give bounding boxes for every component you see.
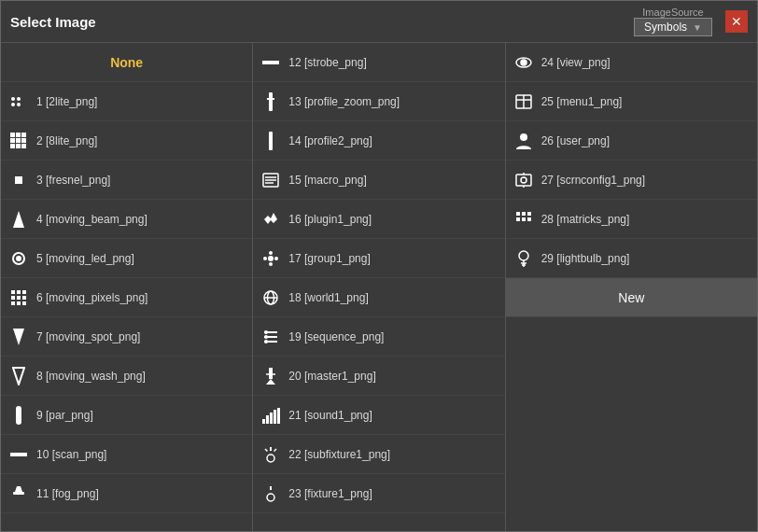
list-item[interactable]: 16 [plugin1_png] [253,200,504,239]
view-icon [513,52,534,73]
svg-rect-9 [21,138,26,143]
svg-point-0 [11,97,15,101]
svg-point-43 [263,257,267,260]
sound-icon [260,405,281,426]
list-item[interactable]: 19 [sequence_png] [253,317,504,357]
item-label: 17 [group1_png] [288,252,370,265]
svg-point-16 [16,256,21,261]
list-item[interactable]: 2 [8lite_png] [1,121,252,161]
svg-point-44 [274,257,278,260]
led-icon [8,248,29,269]
svg-rect-81 [527,212,531,216]
svg-rect-6 [21,133,26,137]
svg-rect-60 [270,413,273,424]
svg-point-53 [264,340,268,343]
list-item[interactable]: 6 [moving_pixels_png] [1,278,252,317]
list-item[interactable]: 13 [profile_zoom_png] [253,82,504,121]
item-label: 12 [strobe_png] [288,56,366,69]
svg-point-67 [267,494,274,501]
list-item[interactable]: 12 [strobe_png] [253,43,504,82]
list-item[interactable]: 9 [par_png] [1,396,252,435]
item-label: 2 [8lite_png] [36,134,97,147]
new-button[interactable]: New [506,278,757,317]
svg-rect-11 [16,144,21,148]
list-item[interactable]: 25 [menu1_png] [506,82,757,121]
spot-icon [8,327,29,347]
svg-point-85 [519,251,528,260]
item-label: 22 [subfixture1_png] [288,448,390,461]
item-label: 16 [plugin1_png] [288,213,372,226]
item-label: 20 [master1_png] [288,370,375,383]
list-item[interactable]: 10 [scan_png] [1,435,252,474]
strobe-icon [260,52,281,73]
fog-icon [8,483,29,504]
list-item[interactable]: 26 [user_png] [506,121,757,161]
list-item[interactable]: 20 [master1_png] [253,357,504,396]
svg-rect-13 [15,176,22,184]
none-item[interactable]: None [1,43,252,82]
list-item[interactable]: 22 [subfixture1_png] [253,435,504,474]
svg-rect-24 [17,301,21,305]
list-item[interactable]: 3 [fresnel_png] [1,161,252,200]
item-label: 28 [matricks_png] [541,213,630,226]
list-item[interactable]: 24 [view_png] [506,43,757,82]
dots2-icon [8,91,29,112]
svg-rect-22 [22,296,26,300]
list-item[interactable]: 29 [lightbulb_png] [506,239,757,278]
list-item[interactable]: 1 [2lite_png] [1,82,252,121]
plugin-icon [260,209,281,230]
svg-rect-21 [17,296,21,300]
item-label: 7 [moving_spot_png] [36,330,140,343]
svg-rect-80 [522,212,526,216]
svg-point-42 [269,262,273,266]
item-label: 25 [menu1_png] [541,95,623,108]
item-label: 11 [fog_png] [36,487,99,500]
svg-rect-4 [10,133,15,137]
svg-line-65 [265,449,268,452]
list-item[interactable]: 23 [fixture1_png] [253,474,504,513]
item-label: 3 [fresnel_png] [36,174,110,187]
close-button[interactable]: ✕ [725,10,748,33]
beam-icon [8,209,29,230]
svg-point-3 [17,103,21,106]
svg-rect-59 [266,415,269,424]
item-label: 6 [moving_pixels_png] [36,291,147,304]
svg-rect-58 [262,419,265,424]
list-item[interactable]: 18 [world1_png] [253,278,504,317]
svg-rect-10 [10,144,15,148]
list-item[interactable]: 7 [moving_spot_png] [1,317,252,357]
list-item[interactable]: 4 [moving_beam_png] [1,200,252,239]
list-item[interactable]: 15 [macro_png] [253,161,504,200]
item-label: 27 [scrnconfig1_png] [541,174,645,187]
svg-rect-18 [17,290,21,294]
svg-point-74 [520,133,527,141]
user-icon [513,131,534,151]
list-item[interactable]: 11 [fog_png] [1,474,252,513]
dialog-title: Select Image [10,14,96,30]
list-item[interactable]: 8 [moving_wash_png] [1,357,252,396]
svg-rect-7 [10,138,15,143]
item-label: 4 [moving_beam_png] [36,213,147,226]
svg-rect-75 [516,175,531,186]
list-item[interactable]: 17 [group1_png] [253,239,504,278]
svg-rect-35 [269,132,273,150]
item-label: 5 [moving_led_png] [36,252,134,265]
list-item[interactable]: 5 [moving_led_png] [1,239,252,278]
list-item[interactable]: 14 [profile2_png] [253,121,504,161]
item-label: 19 [sequence_png] [288,330,384,343]
svg-rect-17 [11,290,15,294]
select-image-dialog: Select Image ImageSource Symbols ▼ ✕ Non… [0,0,758,532]
list-item[interactable]: 28 [matricks_png] [506,200,757,239]
column-1: None1 [2lite_png]2 [8lite_png]3 [fresnel… [1,43,253,531]
square-icon [8,170,29,190]
item-label: 18 [world1_png] [288,291,368,304]
svg-rect-23 [11,301,15,305]
list-item[interactable]: 27 [scrnconfig1_png] [506,161,757,200]
item-label: 14 [profile2_png] [288,134,372,147]
symbols-button[interactable]: Symbols ▼ [634,18,712,36]
svg-point-41 [269,251,273,255]
svg-rect-82 [516,217,520,221]
list-item[interactable]: 21 [sound1_png] [253,396,504,435]
fixture-icon [260,483,281,504]
lightbulb-icon [513,248,534,269]
